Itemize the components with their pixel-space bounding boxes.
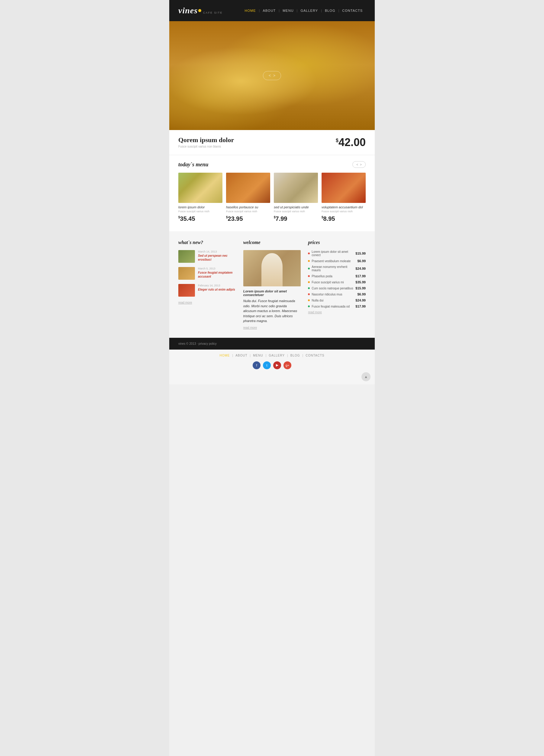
news-content-3: February 14, 2013 Eteger ruts ut enim ad… xyxy=(198,284,235,297)
price-dot xyxy=(308,299,310,301)
prices-col: prices Lorem ipsum dolor sit amet conect… xyxy=(308,240,366,329)
welcome-read-more[interactable]: read more xyxy=(243,326,301,329)
nav-contacts[interactable]: CONTACTS xyxy=(339,9,366,12)
menu-item-1-desc: Fusce suscipit varius nioh xyxy=(178,210,223,213)
menu-section-header: today`s menu < > xyxy=(178,161,366,168)
price-value: $15.99 xyxy=(355,252,366,255)
logo-dot xyxy=(198,9,201,12)
menu-item-1-price: $35.45 xyxy=(178,215,223,222)
footer-nav-blog[interactable]: BLOG xyxy=(288,354,302,357)
price-label: Praesent vestibulum moleate xyxy=(311,259,357,263)
news-item-2: March 5, 2013 Fusce feugiat msptatem acc… xyxy=(178,267,236,280)
hero-slider-controls[interactable]: < > xyxy=(263,71,281,80)
menu-item-2-desc: Fusce suscipit varius nioh xyxy=(226,210,270,213)
hero-next-arrow[interactable]: > xyxy=(273,73,275,78)
hero-background: < > xyxy=(169,21,375,130)
whats-new-read-more[interactable]: read more xyxy=(178,301,236,304)
footer-nav-about[interactable]: ABOUT xyxy=(233,354,250,357)
price-row: Nascetur ridiculus mus $6.99 xyxy=(308,292,366,296)
logo-area: vines CAFE SITE xyxy=(178,6,223,15)
featured-price: $42.00 xyxy=(336,136,366,149)
menu-item-4-price: $8.95 xyxy=(321,215,366,222)
news-item-3: February 14, 2013 Eteger ruts ut enim ad… xyxy=(178,284,236,297)
social-facebook[interactable]: f xyxy=(253,361,261,369)
price-dot xyxy=(308,275,310,277)
menu-item-2-image xyxy=(226,173,270,203)
three-col-section: what`s new? March 14, 2013 Sed ut perspe… xyxy=(169,231,375,338)
price-row: Fusce suscipit varius mi $35.99 xyxy=(308,280,366,284)
price-row-inner: Fusce suscipit varius mi xyxy=(308,281,355,284)
price-dot xyxy=(308,305,310,307)
news-thumb-2 xyxy=(178,267,195,280)
nav-gallery[interactable]: GALLERY xyxy=(297,9,321,12)
news-title-1: Sed ut perspean nec erosibuci xyxy=(198,254,236,262)
price-label: Nascetur ridiculus mus xyxy=(311,293,357,296)
menu-item-4-image xyxy=(321,173,366,203)
price-row-inner: Lorem ipsum dolor sit amet conect xyxy=(308,250,355,257)
price-label: Lorem ipsum dolor sit amet conect xyxy=(311,250,355,257)
price-dot xyxy=(308,281,310,283)
price-row: Nulla dui $24.99 xyxy=(308,298,366,302)
prices-title: prices xyxy=(308,240,366,245)
welcome-col: welcome Lorem ipsum dolor sit amet conse… xyxy=(243,240,301,329)
price-value: $24.99 xyxy=(355,298,366,302)
social-row: f t ▶ g+ xyxy=(169,361,375,375)
footer-bottom: HOME | ABOUT | MENU | GALLERY | BLOG | C… xyxy=(169,350,375,384)
social-youtube[interactable]: ▶ xyxy=(273,361,281,369)
price-row: Cum sociis natroque penatibus $15.99 xyxy=(308,286,366,290)
menu-grid: lorem ipsum dolor Fusce suscipit varius … xyxy=(178,173,366,222)
price-row-inner: Nascetur ridiculus mus xyxy=(308,293,357,296)
price-label: Fusce suscipit varius mi xyxy=(311,281,355,284)
price-row: Lorem ipsum dolor sit amet conect $15.99 xyxy=(308,250,366,257)
nav-about[interactable]: ABOUT xyxy=(260,9,278,12)
price-value: $6.99 xyxy=(357,292,366,296)
footer-nav-home[interactable]: HOME xyxy=(217,354,233,357)
menu-prev-arrow[interactable]: < xyxy=(356,163,358,166)
footer-nav-menu[interactable]: MENU xyxy=(251,354,266,357)
prices-read-more[interactable]: read more xyxy=(308,311,366,314)
news-thumb-1 xyxy=(178,250,195,263)
news-content-2: March 5, 2013 Fusce feugiat msptatem acc… xyxy=(198,267,236,280)
menu-item-3-desc: Fusce suscipit varius nioh xyxy=(274,210,318,213)
hero-prev-arrow[interactable]: < xyxy=(269,73,271,78)
price-row: Fusce feugiat malesuada od $17.99 xyxy=(308,305,366,308)
price-row-inner: Cum sociis natroque penatibus xyxy=(308,287,355,290)
price-label: Fusce feugiat malesuada od xyxy=(311,305,355,308)
social-twitter[interactable]: t xyxy=(263,361,271,369)
nav-menu[interactable]: MENU xyxy=(279,9,296,12)
price-label: Cum sociis natroque penatibus xyxy=(311,287,355,290)
footer-nav-contacts[interactable]: CONTACTS xyxy=(303,354,327,357)
whats-new-col: what`s new? March 14, 2013 Sed ut perspe… xyxy=(178,240,236,329)
nav-home[interactable]: HOME xyxy=(242,9,259,12)
news-content-1: March 14, 2013 Sed ut perspean nec erosi… xyxy=(198,250,236,263)
featured-price-currency: $ xyxy=(336,138,338,143)
menu-next-arrow[interactable]: > xyxy=(360,163,362,166)
price-row: Aenean nonummy enrherit mauris $24.99 xyxy=(308,265,366,272)
menu-item-2: hasellos portausce su Fusce suscipit var… xyxy=(226,173,270,222)
header: vines CAFE SITE HOME | ABOUT | MENU | GA… xyxy=(169,0,375,21)
news-item-1: March 14, 2013 Sed ut perspean nec erosi… xyxy=(178,250,236,263)
scroll-top-button[interactable]: ▲ xyxy=(361,372,370,381)
social-googleplus[interactable]: g+ xyxy=(283,361,291,369)
hero-section: < > xyxy=(169,21,375,130)
price-row-inner: Phasellus poda xyxy=(308,275,355,278)
price-dot xyxy=(308,268,310,269)
footer-nav-gallery[interactable]: GALLERY xyxy=(266,354,287,357)
nav-blog[interactable]: BLOG xyxy=(322,9,338,12)
whats-new-title: what`s new? xyxy=(178,240,236,245)
news-date-3: February 14, 2013 xyxy=(198,284,235,287)
welcome-desc: Nulla dui. Fusce feugiat malesuada odio.… xyxy=(243,298,301,324)
menu-slider-controls[interactable]: < > xyxy=(352,161,366,168)
menu-item-1-image xyxy=(178,173,223,203)
news-title-2: Fusce feugiat msptatem accusant xyxy=(198,271,236,279)
menu-item-3-name: sed ut perspiciatis unde xyxy=(274,205,318,209)
price-row-inner: Praesent vestibulum moleate xyxy=(308,259,357,263)
welcome-image xyxy=(243,250,301,286)
price-label: Nulla dui xyxy=(311,299,355,302)
menu-item-1: lorem ipsum dolor Fusce suscipit varius … xyxy=(178,173,223,222)
featured-section: Qorem ipsum dolor Fusce suscipit varius … xyxy=(169,130,375,155)
footer-nav: HOME | ABOUT | MENU | GALLERY | BLOG | C… xyxy=(169,350,375,361)
price-dot xyxy=(308,293,310,295)
menu-item-1-name: lorem ipsum dolor xyxy=(178,205,223,209)
price-dot xyxy=(308,253,310,254)
